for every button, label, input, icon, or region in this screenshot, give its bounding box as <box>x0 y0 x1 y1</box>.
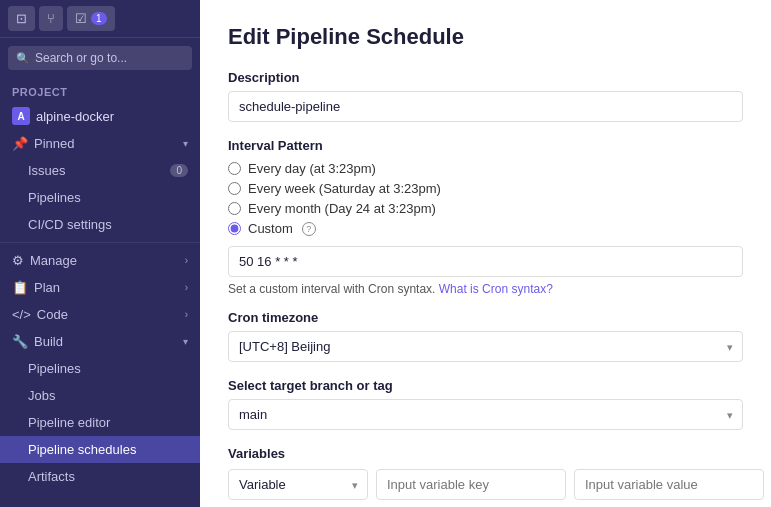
build-pipelines-label: Pipelines <box>28 361 81 376</box>
radio-daily[interactable]: Every day (at 3:23pm) <box>228 161 743 176</box>
radio-weekly-input[interactable] <box>228 182 241 195</box>
manage-label: Manage <box>30 253 77 268</box>
branch-label: Select target branch or tag <box>228 378 743 393</box>
sidebar-item-pipelines[interactable]: Pipelines <box>0 184 200 211</box>
interval-section: Interval Pattern Every day (at 3:23pm) E… <box>228 138 743 296</box>
pin-icon: 📌 <box>12 136 28 151</box>
timezone-select[interactable]: [UTC+8] Beijing <box>228 331 743 362</box>
description-group: Description <box>228 70 743 122</box>
page-title: Edit Pipeline Schedule <box>228 24 743 50</box>
chevron-right-icon: › <box>185 255 188 266</box>
radio-custom-input[interactable] <box>228 222 241 235</box>
cron-help-text: Set a custom interval with Cron syntax. … <box>228 282 743 296</box>
separator <box>0 242 200 243</box>
description-input[interactable] <box>228 91 743 122</box>
sidebar-item-plan[interactable]: 📋 Plan › <box>0 274 200 301</box>
chevron-down-icon: ▾ <box>183 138 188 149</box>
variable-type-select[interactable]: Variable <box>228 469 368 500</box>
jobs-label: Jobs <box>28 388 55 403</box>
description-label: Description <box>228 70 743 85</box>
sidebar-item-jobs[interactable]: Jobs <box>0 382 200 409</box>
sidebar: ⊡ ⑂ ☑ 1 🔍 Search or go to... Project A a… <box>0 0 200 507</box>
artifacts-label: Artifacts <box>28 469 75 484</box>
sidebar-item-pipeline-editor[interactable]: Pipeline editor <box>0 409 200 436</box>
sidebar-item-build-pipelines[interactable]: Pipelines <box>0 355 200 382</box>
code-label: Code <box>37 307 68 322</box>
radio-monthly-input[interactable] <box>228 202 241 215</box>
pipeline-editor-label: Pipeline editor <box>28 415 110 430</box>
interval-label: Interval Pattern <box>228 138 743 153</box>
build-label: Build <box>34 334 63 349</box>
cicd-settings-label: CI/CD settings <box>28 217 112 232</box>
manage-icon: ⚙ <box>12 253 24 268</box>
variable-value-input[interactable] <box>574 469 764 500</box>
cron-input[interactable] <box>228 246 743 277</box>
radio-daily-label: Every day (at 3:23pm) <box>248 161 376 176</box>
variables-label: Variables <box>228 446 743 461</box>
todo-icon-button[interactable]: ☑ 1 <box>67 6 115 31</box>
project-section-label: Project <box>0 78 200 102</box>
sidebar-item-build[interactable]: 🔧 Build ▾ <box>0 328 200 355</box>
radio-weekly[interactable]: Every week (Saturday at 3:23pm) <box>228 181 743 196</box>
variables-section: Variables Variable ▾ <box>228 446 743 500</box>
search-icon: 🔍 <box>16 52 30 65</box>
radio-custom-label: Custom <box>248 221 293 236</box>
search-label: Search or go to... <box>35 51 127 65</box>
main-content: Edit Pipeline Schedule Description Inter… <box>200 0 771 507</box>
avatar: A <box>12 107 30 125</box>
sidebar-item-issues[interactable]: Issues 0 <box>0 157 200 184</box>
plan-label: Plan <box>34 280 60 295</box>
board-icon-button[interactable]: ⊡ <box>8 6 35 31</box>
todo-badge: 1 <box>91 12 107 25</box>
search-bar[interactable]: 🔍 Search or go to... <box>8 46 192 70</box>
radio-custom[interactable]: Custom ? <box>228 221 743 236</box>
sidebar-item-cicd-settings[interactable]: CI/CD settings <box>0 211 200 238</box>
branch-select[interactable]: main <box>228 399 743 430</box>
sidebar-item-artifacts[interactable]: Artifacts <box>0 463 200 490</box>
cron-syntax-link[interactable]: What is Cron syntax? <box>439 282 553 296</box>
pinned-label: Pinned <box>34 136 74 151</box>
timezone-label: Cron timezone <box>228 310 743 325</box>
build-icon: 🔧 <box>12 334 28 349</box>
chevron-right-icon-plan: › <box>185 282 188 293</box>
help-icon[interactable]: ? <box>302 222 316 236</box>
radio-weekly-label: Every week (Saturday at 3:23pm) <box>248 181 441 196</box>
pipeline-schedules-label: Pipeline schedules <box>28 442 136 457</box>
radio-daily-input[interactable] <box>228 162 241 175</box>
sidebar-item-pinned[interactable]: 📌 Pinned ▾ <box>0 130 200 157</box>
variables-row: Variable ▾ <box>228 469 743 500</box>
issues-badge: 0 <box>170 164 188 177</box>
chevron-down-icon-build: ▾ <box>183 336 188 347</box>
pipelines-label: Pipelines <box>28 190 81 205</box>
sidebar-item-manage[interactable]: ⚙ Manage › <box>0 247 200 274</box>
sidebar-item-pipeline-schedules[interactable]: Pipeline schedules <box>0 436 200 463</box>
timezone-select-wrapper: [UTC+8] Beijing ▾ <box>228 331 743 362</box>
variable-key-input[interactable] <box>376 469 566 500</box>
plan-icon: 📋 <box>12 280 28 295</box>
radio-monthly-label: Every month (Day 24 at 3:23pm) <box>248 201 436 216</box>
branch-select-wrapper: main ▾ <box>228 399 743 430</box>
code-icon: </> <box>12 307 31 322</box>
issues-label: Issues <box>28 163 66 178</box>
branch-group: Select target branch or tag main ▾ <box>228 378 743 430</box>
project-name-row: A alpine-docker <box>0 102 200 130</box>
timezone-group: Cron timezone [UTC+8] Beijing ▾ <box>228 310 743 362</box>
sidebar-item-code[interactable]: </> Code › <box>0 301 200 328</box>
variable-type-wrapper: Variable ▾ <box>228 469 368 500</box>
chevron-right-icon-code: › <box>185 309 188 320</box>
sidebar-top-bar: ⊡ ⑂ ☑ 1 <box>0 0 200 38</box>
merge-icon-button[interactable]: ⑂ <box>39 6 63 31</box>
project-name: alpine-docker <box>36 109 114 124</box>
radio-monthly[interactable]: Every month (Day 24 at 3:23pm) <box>228 201 743 216</box>
